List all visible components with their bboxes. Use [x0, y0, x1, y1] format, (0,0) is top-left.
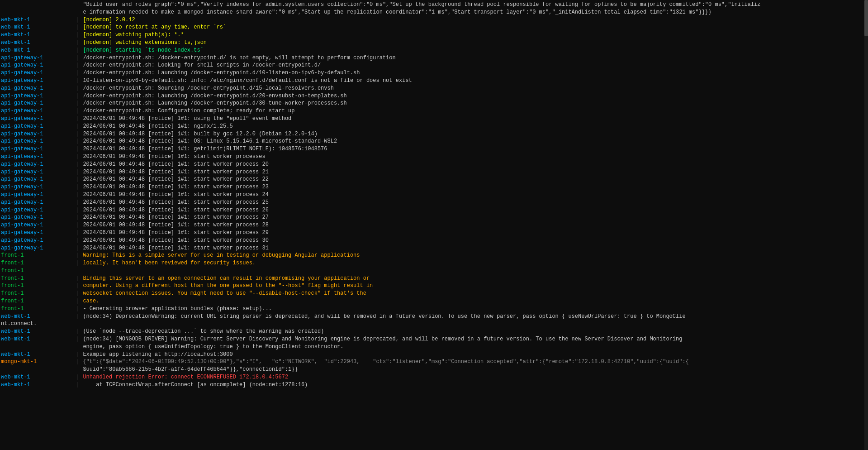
log-message: 2024/06/01 00:49:48 [notice] 1#1: start …	[83, 221, 268, 229]
log-line: api-gateway-1| 2024/06/01 00:49:48 [noti…	[0, 153, 868, 161]
log-line: api-gateway-1| /docker-entrypoint.sh: So…	[0, 85, 868, 92]
service-label-empty	[1, 366, 76, 373]
log-line: api-gateway-1| 2024/06/01 00:49:48 [noti…	[0, 138, 868, 145]
service-label: front-1	[1, 297, 76, 305]
log-message: 2024/06/01 00:49:48 [notice] 1#1: start …	[83, 168, 268, 176]
log-line: front-1| websocket connection issues. Yo…	[0, 290, 868, 297]
pipe-separator: |	[76, 161, 82, 168]
log-message: 2024/06/01 00:49:48 [notice] 1#1: start …	[83, 191, 268, 199]
terminal-window: "Build user and roles graph":"0 ms","Ver…	[0, 0, 868, 450]
log-line: front-1| - Generating browser applicatio…	[0, 305, 868, 313]
service-label: front-1	[1, 259, 76, 267]
pipe-separator: |	[76, 252, 82, 259]
service-label: front-1	[1, 290, 76, 297]
log-message: computer. Using a different host than th…	[83, 282, 373, 290]
log-line: api-gateway-1| 2024/06/01 00:49:48 [noti…	[0, 199, 868, 206]
pipe-separator: |	[76, 24, 82, 31]
log-message: Example app listening at http://localhos…	[83, 351, 232, 359]
pipe-separator: |	[76, 47, 82, 54]
log-line: api-gateway-1| 2024/06/01 00:49:48 [noti…	[0, 221, 868, 229]
log-line: engine, pass option { useUnifiedTopology…	[0, 343, 868, 351]
service-label: api-gateway-1	[1, 107, 76, 115]
log-line: api-gateway-1| 2024/06/01 00:49:48 [noti…	[0, 115, 868, 123]
log-message: 2024/06/01 00:49:48 [notice] 1#1: start …	[83, 183, 268, 191]
log-line: api-gateway-1| 2024/06/01 00:49:48 [noti…	[0, 191, 868, 199]
pipe-separator: |	[76, 335, 82, 343]
log-line: api-gateway-1| 2024/06/01 00:49:48 [noti…	[0, 176, 868, 183]
log-line: web-mkt-1| at TCPConnectWrap.afterConnec…	[0, 381, 868, 389]
log-message: 2024/06/01 00:49:48 [notice] 1#1: using …	[83, 115, 291, 123]
scrollbar-thumb[interactable]	[864, 0, 868, 36]
log-line: api-gateway-1| 2024/06/01 00:49:48 [noti…	[0, 161, 868, 168]
log-message: 2024/06/01 00:49:48 [notice] 1#1: nginx/…	[83, 123, 232, 130]
log-line: web-mkt-1| [nodemon] 2.0.12	[0, 16, 868, 24]
log-message: [nodemon] to restart at any time, enter …	[83, 24, 226, 31]
pipe-separator: |	[76, 275, 82, 282]
log-message: e information needed to make a mongod in…	[83, 9, 711, 16]
log-message: Binding this server to an open connectio…	[83, 275, 370, 282]
service-label: web-mkt-1	[1, 313, 76, 321]
pipe-separator: |	[76, 206, 82, 214]
service-label: front-1	[1, 267, 76, 275]
log-message: engine, pass option { useUnifiedTopology…	[83, 343, 343, 351]
log-message: - Generating browser application bundles…	[83, 305, 272, 313]
scrollbar[interactable]	[864, 0, 868, 450]
pipe-separator: |	[76, 77, 82, 85]
log-message: 10-listen-on-ipv6-by-default.sh: info: /…	[83, 77, 412, 85]
log-message: /docker-entrypoint.sh: Sourcing /docker-…	[83, 85, 334, 92]
service-label: web-mkt-1	[1, 335, 76, 343]
log-line: web-mkt-1| Unhandled rejection Error: co…	[0, 373, 868, 381]
service-label: web-mkt-1	[1, 39, 76, 47]
log-message: "Build user and roles graph":"0 ms","Ver…	[83, 1, 760, 9]
log-line: api-gateway-1| /docker-entrypoint.sh: La…	[0, 100, 868, 107]
pipe-separator: |	[76, 176, 82, 183]
log-message: (node:34) [MONGODB DRIVER] Warning: Curr…	[83, 335, 682, 343]
log-line: api-gateway-1| 2024/06/01 00:49:48 [noti…	[0, 130, 868, 138]
log-message: locally. It hasn't been reviewed for sec…	[83, 259, 256, 267]
pipe-placeholder	[76, 320, 82, 328]
log-message: [nodemon] starting `ts-node index.ts`	[83, 47, 203, 54]
service-label: web-mkt-1	[1, 381, 76, 389]
log-line: web-mkt-1| (node:34) DeprecationWarning:…	[0, 313, 868, 321]
service-label: api-gateway-1	[1, 77, 76, 85]
service-label: api-gateway-1	[1, 54, 76, 62]
log-line: $uuid":"80ab5686-2155-4b2f-a1f4-64deff46…	[0, 366, 868, 373]
log-line: web-mkt-1| (node:34) [MONGODB DRIVER] Wa…	[0, 335, 868, 343]
pipe-separator: |	[76, 92, 82, 100]
log-message: 2024/06/01 00:49:48 [notice] 1#1: OS: Li…	[83, 138, 337, 145]
log-line: web-mkt-1| [nodemon] watching path(s): *…	[0, 31, 868, 39]
service-label: api-gateway-1	[1, 244, 76, 252]
log-message: 2024/06/01 00:49:48 [notice] 1#1: getrli…	[83, 145, 327, 153]
service-label: api-gateway-1	[1, 229, 76, 237]
service-label: api-gateway-1	[1, 214, 76, 221]
pipe-separator: |	[76, 259, 82, 267]
log-message: $uuid":"80ab5686-2155-4b2f-a1f4-64deff46…	[83, 366, 298, 373]
service-label: api-gateway-1	[1, 191, 76, 199]
service-label: api-gateway-1	[1, 206, 76, 214]
service-label: nt.connect.	[1, 320, 76, 328]
pipe-separator: |	[76, 373, 82, 381]
service-label: web-mkt-1	[1, 328, 76, 335]
log-message: /docker-entrypoint.sh: /docker-entrypoin…	[83, 54, 395, 62]
log-message: (Use `node --trace-deprecation ...` to s…	[83, 328, 324, 335]
log-message: 2024/06/01 00:49:48 [notice] 1#1: start …	[83, 214, 268, 221]
log-message: 2024/06/01 00:49:48 [notice] 1#1: start …	[83, 176, 268, 183]
log-message: websocket connection issues. You might n…	[83, 290, 366, 297]
log-message: case.	[83, 297, 99, 305]
log-line: api-gateway-1| /docker-entrypoint.sh: Lo…	[0, 62, 868, 69]
log-message: /docker-entrypoint.sh: Launching /docker…	[83, 92, 346, 100]
log-line: front-1| Warning: This is a simple serve…	[0, 252, 868, 259]
service-label: api-gateway-1	[1, 199, 76, 206]
service-label: api-gateway-1	[1, 138, 76, 145]
service-label: api-gateway-1	[1, 221, 76, 229]
pipe-separator: |	[76, 123, 82, 130]
log-line: web-mkt-1| [nodemon] to restart at any t…	[0, 24, 868, 31]
log-message: 2024/06/01 00:49:48 [notice] 1#1: start …	[83, 237, 268, 244]
service-label: mongo-mkt-1	[1, 358, 76, 366]
pipe-separator: |	[76, 39, 82, 47]
service-label: api-gateway-1	[1, 168, 76, 176]
log-line: api-gateway-1| /docker-entrypoint.sh: /d…	[0, 54, 868, 62]
log-line: api-gateway-1| 2024/06/01 00:49:48 [noti…	[0, 183, 868, 191]
log-line: api-gateway-1| 2024/06/01 00:49:48 [noti…	[0, 214, 868, 221]
log-message: /docker-entrypoint.sh: Launching /docker…	[83, 69, 360, 77]
